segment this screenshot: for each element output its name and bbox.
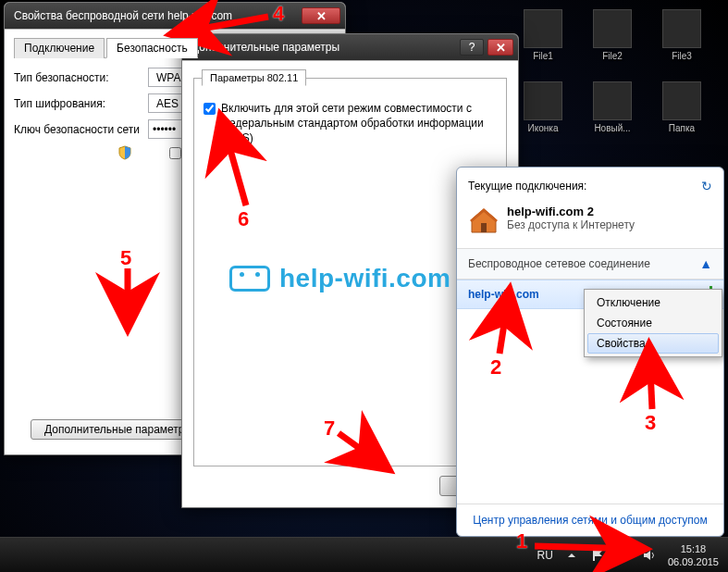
wireless-section-label: Беспроводное сетевое соединение [468, 257, 650, 270]
tray-volume-icon[interactable] [642, 548, 657, 563]
tray-chevron-icon[interactable] [564, 548, 579, 563]
desktop-icon[interactable]: Папка [654, 81, 709, 146]
tray-time: 15:18 [668, 542, 719, 555]
security-key-label: Ключ безопасности сети [14, 123, 148, 136]
close-button[interactable]: ✕ [302, 7, 340, 24]
menu-item-disconnect[interactable]: Отключение [587, 292, 719, 313]
network-home-icon [468, 205, 500, 239]
svg-rect-1 [593, 550, 595, 561]
desktop-icon[interactable]: File3 [654, 9, 709, 74]
window-title: Свойства беспроводной сети help-wifi.com [14, 9, 302, 22]
encryption-type-label: Тип шифрования: [14, 97, 148, 110]
fips-checkbox-label: Включить для этой сети режим совместимос… [221, 101, 497, 146]
chevron-up-icon: ▲ [699, 256, 712, 271]
svg-rect-4 [623, 552, 625, 561]
network-center-link[interactable]: Центр управления сетями и общим доступом [473, 514, 708, 527]
taskbar: RU 15:18 06.09.2015 [0, 537, 728, 572]
tray-clock[interactable]: 15:18 06.09.2015 [668, 542, 719, 568]
desktop-icon[interactable]: File2 [585, 9, 640, 74]
titlebar[interactable]: Дополнительные параметры ? ✕ [182, 34, 518, 60]
refresh-icon[interactable]: ↻ [701, 179, 712, 193]
menu-item-properties[interactable]: Свойства [587, 333, 719, 354]
context-menu: Отключение Состояние Свойства [584, 289, 722, 357]
tray-network-icon[interactable] [616, 548, 631, 563]
network-name: help-wifi.com [468, 288, 539, 301]
show-chars-checkbox[interactable] [169, 147, 181, 159]
desktop-icon[interactable]: File1 [515, 9, 571, 74]
svg-rect-2 [618, 557, 620, 561]
language-indicator[interactable]: RU [537, 549, 553, 562]
flyout-header: Текущие подключения: [468, 180, 586, 193]
desktop-icon[interactable]: Иконка [515, 81, 571, 146]
menu-item-status[interactable]: Состояние [587, 313, 719, 333]
current-connection-name: help-wifi.com 2 [507, 205, 635, 218]
desktop-icons: File1 File2 File3 Иконка Новый... Папка [515, 9, 709, 146]
security-type-label: Тип безопасности: [14, 71, 148, 84]
tray-flag-icon[interactable] [590, 548, 605, 563]
tab-security[interactable]: Безопасность [106, 38, 198, 58]
close-button[interactable]: ✕ [487, 39, 513, 56]
fips-checkbox[interactable] [204, 103, 216, 115]
svg-rect-0 [481, 223, 487, 232]
tray-date: 06.09.2015 [668, 555, 719, 568]
desktop-icon[interactable]: Новый... [585, 81, 640, 146]
shield-icon [117, 145, 132, 160]
tab-80211-label[interactable]: Параметры 802.11 [202, 69, 306, 86]
advanced-settings-button[interactable]: Дополнительные параметры [31, 419, 206, 440]
svg-rect-5 [626, 549, 628, 561]
wireless-section-header[interactable]: Беспроводное сетевое соединение ▲ [457, 248, 723, 280]
window-title: Дополнительные параметры [191, 41, 460, 54]
svg-rect-3 [621, 554, 623, 561]
titlebar[interactable]: Свойства беспроводной сети help-wifi.com… [5, 3, 345, 29]
current-connection-status: Без доступа к Интернету [507, 218, 635, 231]
tab-connection[interactable]: Подключение [14, 38, 105, 58]
help-button[interactable]: ? [460, 39, 484, 56]
